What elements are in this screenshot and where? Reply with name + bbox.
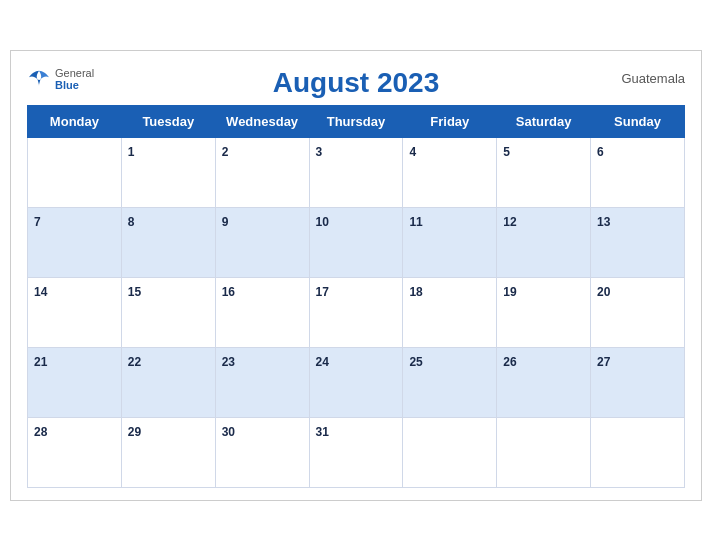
- day-number: 28: [34, 425, 47, 439]
- calendar-cell: 12: [497, 207, 591, 277]
- calendar-title: August 2023: [273, 67, 440, 99]
- weekday-header: Saturday: [497, 105, 591, 137]
- calendar-cell: 13: [591, 207, 685, 277]
- day-number: 22: [128, 355, 141, 369]
- day-number: 17: [316, 285, 329, 299]
- logo-general-text: General: [55, 67, 94, 79]
- weekday-header: Monday: [28, 105, 122, 137]
- calendar-cell: 3: [309, 137, 403, 207]
- day-number: 1: [128, 145, 135, 159]
- day-number: 20: [597, 285, 610, 299]
- weekday-header: Friday: [403, 105, 497, 137]
- day-number: 21: [34, 355, 47, 369]
- day-number: 30: [222, 425, 235, 439]
- day-number: 12: [503, 215, 516, 229]
- calendar-cell: 28: [28, 417, 122, 487]
- country-label: Guatemala: [621, 71, 685, 86]
- day-number: 8: [128, 215, 135, 229]
- calendar-cell: 7: [28, 207, 122, 277]
- day-number: 25: [409, 355, 422, 369]
- calendar-cell: 14: [28, 277, 122, 347]
- day-number: 27: [597, 355, 610, 369]
- day-number: 11: [409, 215, 422, 229]
- day-number: 26: [503, 355, 516, 369]
- calendar-cell: 23: [215, 347, 309, 417]
- day-number: 3: [316, 145, 323, 159]
- day-number: 7: [34, 215, 41, 229]
- calendar-cell: 16: [215, 277, 309, 347]
- day-number: 23: [222, 355, 235, 369]
- calendar-week-row: 123456: [28, 137, 685, 207]
- day-number: 6: [597, 145, 604, 159]
- day-number: 14: [34, 285, 47, 299]
- day-number: 4: [409, 145, 416, 159]
- day-number: 5: [503, 145, 510, 159]
- calendar-cell: 5: [497, 137, 591, 207]
- weekday-header: Sunday: [591, 105, 685, 137]
- calendar-cell: 9: [215, 207, 309, 277]
- calendar-table: MondayTuesdayWednesdayThursdayFridaySatu…: [27, 105, 685, 488]
- day-number: 2: [222, 145, 229, 159]
- calendar-cell: [591, 417, 685, 487]
- day-number: 29: [128, 425, 141, 439]
- weekday-header: Wednesday: [215, 105, 309, 137]
- day-number: 10: [316, 215, 329, 229]
- day-number: 13: [597, 215, 610, 229]
- day-number: 18: [409, 285, 422, 299]
- weekday-header: Tuesday: [121, 105, 215, 137]
- day-number: 9: [222, 215, 229, 229]
- day-number: 31: [316, 425, 329, 439]
- day-number: 24: [316, 355, 329, 369]
- calendar-cell: 20: [591, 277, 685, 347]
- calendar-cell: [28, 137, 122, 207]
- calendar-cell: 11: [403, 207, 497, 277]
- calendar-week-row: 78910111213: [28, 207, 685, 277]
- calendar-cell: [403, 417, 497, 487]
- weekday-header: Thursday: [309, 105, 403, 137]
- calendar-wrapper: General Blue August 2023 Guatemala Monda…: [10, 50, 702, 501]
- day-number: 16: [222, 285, 235, 299]
- calendar-cell: 31: [309, 417, 403, 487]
- calendar-week-row: 21222324252627: [28, 347, 685, 417]
- calendar-cell: 4: [403, 137, 497, 207]
- calendar-header: General Blue August 2023 Guatemala: [27, 67, 685, 99]
- calendar-cell: 22: [121, 347, 215, 417]
- logo-blue-text: Blue: [55, 79, 94, 91]
- day-number: 15: [128, 285, 141, 299]
- calendar-thead: MondayTuesdayWednesdayThursdayFridaySatu…: [28, 105, 685, 137]
- calendar-cell: 30: [215, 417, 309, 487]
- calendar-cell: 29: [121, 417, 215, 487]
- logo-bird-icon: [27, 69, 51, 89]
- calendar-tbody: 1234567891011121314151617181920212223242…: [28, 137, 685, 487]
- calendar-week-row: 14151617181920: [28, 277, 685, 347]
- calendar-cell: 24: [309, 347, 403, 417]
- calendar-cell: 6: [591, 137, 685, 207]
- calendar-cell: 17: [309, 277, 403, 347]
- calendar-cell: 27: [591, 347, 685, 417]
- calendar-cell: [497, 417, 591, 487]
- calendar-cell: 26: [497, 347, 591, 417]
- calendar-week-row: 28293031: [28, 417, 685, 487]
- calendar-cell: 21: [28, 347, 122, 417]
- day-number: 19: [503, 285, 516, 299]
- weekday-header-row: MondayTuesdayWednesdayThursdayFridaySatu…: [28, 105, 685, 137]
- calendar-cell: 25: [403, 347, 497, 417]
- logo-area: General Blue: [27, 67, 94, 91]
- calendar-cell: 2: [215, 137, 309, 207]
- calendar-cell: 18: [403, 277, 497, 347]
- calendar-cell: 15: [121, 277, 215, 347]
- calendar-cell: 1: [121, 137, 215, 207]
- calendar-cell: 10: [309, 207, 403, 277]
- calendar-cell: 8: [121, 207, 215, 277]
- calendar-cell: 19: [497, 277, 591, 347]
